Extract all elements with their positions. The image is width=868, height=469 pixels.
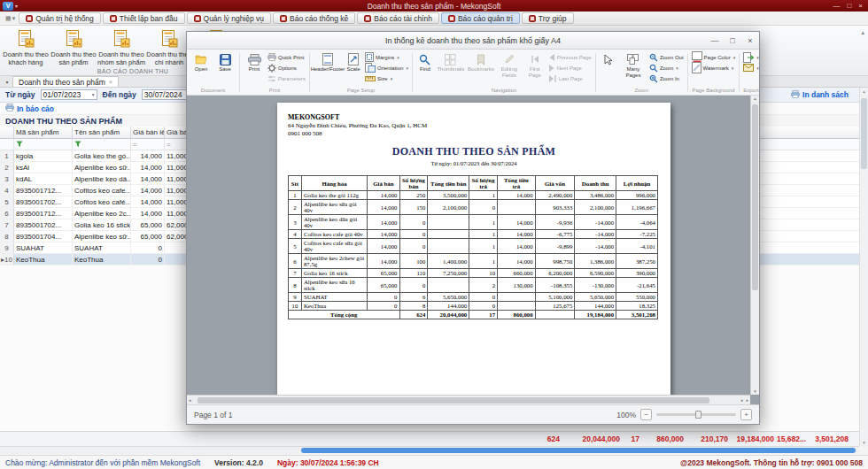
options-button[interactable]: Options — [267, 63, 306, 73]
zoom-button[interactable]: Zoom▾ — [648, 63, 685, 73]
from-date-input[interactable]: 01/07/2023 ▾ — [41, 89, 97, 100]
report-column-header: Giá bán — [368, 176, 399, 191]
zoom-out-icon — [649, 53, 658, 63]
report-cell: Alpenlibe keo sữa 16 stick — [301, 278, 367, 293]
dialog-close-button[interactable]: × — [741, 34, 759, 48]
filter-cell-code[interactable] — [14, 139, 73, 150]
print-list-link[interactable]: In danh sách — [791, 90, 849, 100]
scrollbar-thumb[interactable] — [861, 98, 867, 169]
many-pages-button[interactable]: Many Pages — [619, 50, 647, 78]
scroll-left-icon[interactable]: ◂ — [740, 397, 743, 403]
zoom-in-button[interactable]: Zoom In — [648, 73, 685, 84]
export-file-button[interactable]: ▾ — [742, 52, 759, 63]
print-report-link[interactable]: In báo cáo — [17, 104, 54, 113]
grid-horizontal-scrollbar[interactable] — [0, 446, 859, 454]
report-cell: 6 — [399, 293, 428, 302]
print-button[interactable]: Print — [243, 50, 266, 73]
parameters-button: Parameters — [267, 73, 306, 84]
scroll-left-icon[interactable]: ◂ — [189, 397, 191, 403]
size-button[interactable]: Size▾ — [364, 73, 409, 84]
menu-tab[interactable]: Quản lý nghiệp vụ — [187, 12, 272, 24]
report-cell: 150 — [399, 200, 428, 215]
maximize-button[interactable]: □ — [847, 2, 851, 10]
report-cell: 14,000 — [368, 230, 399, 239]
dialog-maximize-button[interactable]: □ — [724, 34, 741, 48]
menu-tab-label: Quản trị hệ thống — [35, 14, 94, 23]
zoom-slider[interactable] — [656, 413, 736, 416]
margins-button[interactable]: Margins▾ — [364, 52, 409, 63]
minimize-button[interactable]: — — [833, 2, 840, 10]
grid-vertical-scrollbar[interactable]: ▴ ▾ — [859, 88, 868, 446]
filter-cell-retail[interactable]: = — [131, 139, 165, 150]
ribbon-report-button[interactable]: Doanh thu theo sản phẩm — [50, 27, 97, 67]
mouse-pointer-button[interactable] — [599, 50, 618, 73]
scroll-up-icon[interactable]: ▴ — [860, 88, 868, 94]
scroll-down-icon[interactable]: ▾ — [860, 440, 868, 445]
ribbon-report-button[interactable]: Doanh thu theo khách hàng — [2, 27, 50, 67]
report-cell: 9 — [289, 293, 302, 302]
open-button[interactable]: Open — [190, 50, 213, 73]
zoom-in-button[interactable]: + — [740, 409, 752, 420]
scrollbar-thumb[interactable] — [301, 448, 856, 453]
report-cell: 144,000 — [428, 302, 469, 311]
column-header-retail-price[interactable]: Giá bán lẻ — [131, 127, 165, 138]
report-company: MEKONGSOFT — [288, 113, 660, 121]
menu-launcher-button[interactable]: ▦▾ — [2, 15, 19, 22]
scrollbar-thumb[interactable] — [198, 397, 709, 404]
zoom-slider-thumb[interactable] — [695, 411, 701, 419]
column-header-name[interactable]: Tên sản phẩm — [73, 127, 131, 138]
report-cell: 2 — [289, 200, 302, 215]
scale-button[interactable]: Scale — [344, 50, 363, 73]
footer-total: 20,044,000 — [563, 434, 620, 443]
scroll-down-icon[interactable]: ▾ — [751, 388, 759, 394]
ribbon-collapse-icon[interactable]: ▴ — [861, 29, 864, 36]
scrollbar-thumb[interactable] — [752, 104, 758, 290]
report-cell: 1 — [469, 191, 498, 200]
menu-tab[interactable]: Quản trị hệ thống — [19, 12, 101, 24]
ribbon-group-zoom: Many Pages Zoom Out Zoom▾ — [597, 50, 686, 95]
document-tab[interactable]: Doanh thu theo sản phẩm × — [12, 76, 119, 87]
cell-name: Alpenlibe keo 2c... — [73, 208, 131, 219]
ribbon-report-button[interactable]: Doanh thu theo nhóm sản phẩm — [97, 27, 145, 67]
report-column-header: Stt — [289, 176, 302, 191]
row-indicator: 8 — [0, 231, 14, 242]
menu-tab[interactable]: Báo cáo thống kê — [273, 12, 355, 24]
menu-tab[interactable]: Báo cáo tài chính — [357, 12, 439, 24]
preview-vertical-scrollbar[interactable]: ▴▾ — [750, 96, 759, 395]
tab-close-icon[interactable]: × — [109, 79, 112, 85]
cell-code: kgola — [14, 150, 73, 161]
menu-tab[interactable]: Báo cáo quản trị — [441, 12, 520, 24]
quick-print-button[interactable]: Quick Print — [267, 52, 306, 63]
report-cell: 10 — [289, 302, 302, 311]
tab-list-dropdown-icon[interactable]: ▾ — [2, 79, 12, 85]
scroll-right-icon[interactable]: ▸ — [746, 397, 748, 403]
calendar-dropdown-icon[interactable]: ▾ — [92, 92, 95, 97]
filter-cell-name[interactable] — [73, 139, 131, 150]
export-email-button[interactable]: ▾ — [742, 63, 759, 73]
zoom-out-button[interactable]: − — [640, 409, 652, 420]
header-footer-button[interactable]: Header/Footer — [313, 50, 343, 73]
close-button[interactable]: × — [858, 2, 863, 10]
thumbnails-label: Thumbnails — [437, 66, 464, 73]
report-cell: 998,750 — [535, 254, 575, 269]
filter-funnel-icon — [74, 141, 81, 148]
report-date-range: Từ ngày: 01/07/2023 đến 30/07/2024 — [288, 160, 660, 166]
dialog-minimize-button[interactable]: — — [706, 34, 724, 48]
column-header-code[interactable]: Mã sản phẩm — [14, 127, 73, 138]
editing-fields-button: Editing Fields — [496, 50, 523, 78]
watermark-button[interactable]: Watermark▾ — [691, 63, 737, 73]
cell-retail-price: 14,000 — [131, 162, 165, 173]
report-table: SttHàng hóaGiá bánSố lượng bánTổng tiền … — [288, 175, 658, 319]
report-icon — [16, 29, 35, 50]
report-row: 6Alpenlibe keo 2chew gói 87,5g14,0001001… — [289, 254, 658, 269]
zoom-out-button[interactable]: Zoom Out — [648, 52, 685, 63]
save-button[interactable]: Save — [213, 50, 236, 73]
grid-icon: ▦ — [5, 15, 12, 22]
preview-horizontal-scrollbar[interactable]: ◂◂▸ — [187, 395, 750, 404]
orientation-button[interactable]: Orientation▾ — [364, 63, 409, 73]
menu-tab[interactable]: Trợ giúp — [522, 12, 574, 24]
find-button[interactable]: Find — [415, 50, 435, 73]
chevron-down-icon: ▾ — [733, 55, 736, 60]
menu-tab[interactable]: Thiết lập ban đầu — [103, 12, 185, 24]
report-cell: 8 — [289, 278, 302, 293]
